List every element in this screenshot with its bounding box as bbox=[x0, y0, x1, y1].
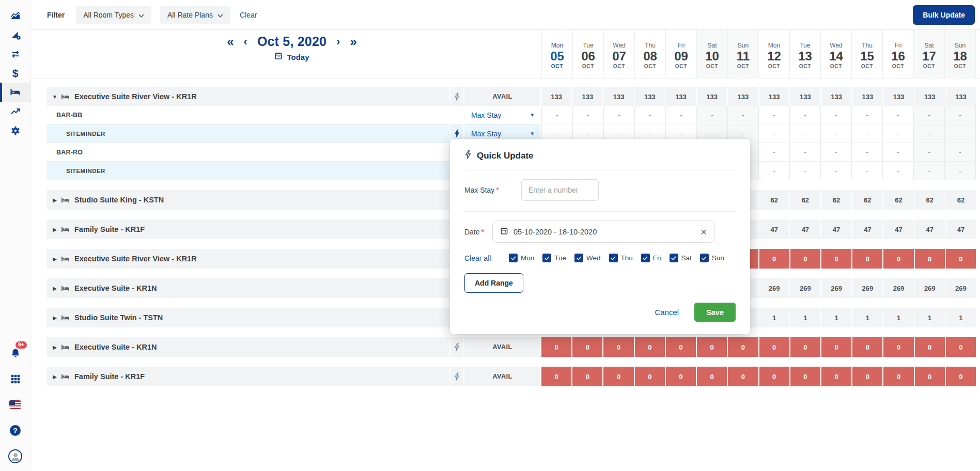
value-cell[interactable]: - bbox=[728, 106, 759, 124]
avail-value-cell[interactable]: 133 bbox=[883, 87, 914, 106]
value-cell[interactable]: - bbox=[821, 162, 852, 180]
avail-value-cell[interactable]: 0 bbox=[821, 249, 852, 269]
avail-value-cell[interactable]: 269 bbox=[821, 278, 852, 298]
avail-value-cell[interactable]: 0 bbox=[728, 337, 759, 357]
avail-value-cell[interactable]: 0 bbox=[946, 367, 976, 386]
quick-update-bolt-icon[interactable] bbox=[454, 372, 460, 381]
checkbox-checked-icon[interactable] bbox=[574, 254, 583, 262]
today-button[interactable]: Today bbox=[274, 52, 309, 62]
value-cell[interactable]: - bbox=[821, 143, 852, 162]
avail-value-cell[interactable]: 133 bbox=[821, 87, 852, 106]
avail-value-cell[interactable]: 1 bbox=[915, 308, 946, 327]
value-cell[interactable]: - bbox=[945, 106, 976, 124]
value-cell[interactable]: - bbox=[945, 124, 976, 143]
prev-day-icon[interactable]: ‹ bbox=[244, 36, 247, 48]
avail-value-cell[interactable]: 1 bbox=[759, 308, 790, 327]
expand-caret-icon[interactable]: ▶ bbox=[50, 286, 59, 291]
date-column-mon-12[interactable]: Mon12OCT bbox=[758, 30, 789, 78]
value-cell[interactable]: - bbox=[914, 162, 945, 180]
date-column-tue-13[interactable]: Tue13OCT bbox=[789, 30, 820, 78]
value-cell[interactable]: - bbox=[914, 143, 945, 162]
date-column-sat-17[interactable]: Sat17OCT bbox=[913, 30, 944, 78]
value-cell[interactable]: - bbox=[790, 162, 821, 180]
max-stay-input[interactable] bbox=[521, 179, 599, 201]
avail-value-cell[interactable]: 0 bbox=[852, 337, 883, 357]
avail-value-cell[interactable]: 47 bbox=[790, 219, 821, 239]
value-cell[interactable]: - bbox=[604, 106, 635, 124]
avail-value-cell[interactable]: 133 bbox=[603, 87, 634, 106]
avail-value-cell[interactable]: 62 bbox=[759, 190, 790, 210]
avail-value-cell[interactable]: 0 bbox=[635, 367, 666, 386]
date-column-sat-10[interactable]: Sat10OCT bbox=[696, 30, 727, 78]
date-column-wed-07[interactable]: Wed07OCT bbox=[603, 30, 634, 78]
rate-plan-row[interactable]: BAR-BBMax Stay▾-------------- bbox=[47, 106, 976, 124]
value-cell[interactable]: - bbox=[790, 124, 821, 143]
value-cell[interactable]: - bbox=[697, 106, 728, 124]
value-cell[interactable]: - bbox=[945, 162, 976, 180]
value-cell[interactable]: - bbox=[573, 106, 604, 124]
date-column-sun-11[interactable]: Sun11OCT bbox=[727, 30, 758, 78]
avail-value-cell[interactable]: 269 bbox=[790, 278, 821, 298]
avail-value-cell[interactable]: 0 bbox=[666, 337, 697, 357]
expand-caret-icon[interactable]: ▶ bbox=[50, 197, 59, 203]
avail-value-cell[interactable]: 1 bbox=[946, 308, 976, 327]
avail-value-cell[interactable]: 0 bbox=[541, 337, 572, 357]
avail-value-cell[interactable]: 62 bbox=[821, 190, 852, 210]
avail-value-cell[interactable]: 0 bbox=[821, 367, 852, 386]
avail-value-cell[interactable]: 0 bbox=[852, 367, 883, 386]
avail-value-cell[interactable]: 133 bbox=[915, 87, 946, 106]
weekday-option-wed[interactable]: Wed bbox=[574, 254, 601, 262]
date-range-input[interactable]: 05-10-2020 - 18-10-2020 × bbox=[492, 221, 714, 243]
avail-value-cell[interactable]: 0 bbox=[759, 249, 790, 269]
weekday-option-fri[interactable]: Fri bbox=[641, 254, 661, 262]
value-cell[interactable]: - bbox=[759, 124, 790, 143]
quick-update-bolt-icon[interactable] bbox=[454, 92, 460, 101]
avail-value-cell[interactable]: 0 bbox=[946, 337, 976, 357]
expand-caret-icon[interactable]: ▶ bbox=[50, 315, 59, 321]
date-column-thu-08[interactable]: Thu08OCT bbox=[634, 30, 665, 78]
avail-value-cell[interactable]: 133 bbox=[697, 87, 728, 106]
checkbox-checked-icon[interactable] bbox=[609, 254, 618, 262]
avail-value-cell[interactable]: 0 bbox=[572, 367, 603, 386]
avail-value-cell[interactable]: 0 bbox=[541, 367, 572, 386]
avail-value-cell[interactable]: 0 bbox=[883, 249, 914, 269]
sidebar-item-settings[interactable] bbox=[0, 121, 31, 140]
value-cell[interactable]: - bbox=[759, 106, 790, 124]
apps-grid-button[interactable] bbox=[0, 369, 31, 388]
sidebar-item-rates-pace[interactable] bbox=[0, 25, 31, 44]
value-cell[interactable]: - bbox=[759, 162, 790, 180]
avail-value-cell[interactable]: 62 bbox=[883, 190, 914, 210]
first-page-icon[interactable]: « bbox=[227, 36, 234, 48]
sidebar-item-channel-sync[interactable] bbox=[0, 44, 31, 64]
room-types-filter-dropdown[interactable]: All Room Types bbox=[76, 6, 151, 24]
avail-value-cell[interactable]: 133 bbox=[728, 87, 759, 106]
avail-value-cell[interactable]: 47 bbox=[946, 219, 976, 239]
avail-value-cell[interactable]: 133 bbox=[572, 87, 603, 106]
avail-value-cell[interactable]: 0 bbox=[790, 249, 821, 269]
avail-value-cell[interactable]: 269 bbox=[852, 278, 883, 298]
avail-value-cell[interactable]: 0 bbox=[603, 367, 634, 386]
date-column-fri-16[interactable]: Fri16OCT bbox=[882, 30, 913, 78]
clear-filters-link[interactable]: Clear bbox=[240, 11, 257, 19]
avail-value-cell[interactable]: 0 bbox=[883, 337, 914, 357]
value-cell[interactable]: - bbox=[883, 143, 914, 162]
weekday-option-sat[interactable]: Sat bbox=[670, 254, 692, 262]
sidebar-item-rooms-availability[interactable] bbox=[0, 83, 31, 102]
avail-value-cell[interactable]: 0 bbox=[790, 367, 821, 386]
value-cell[interactable]: - bbox=[790, 143, 821, 162]
avail-value-cell[interactable]: 1 bbox=[852, 308, 883, 327]
sidebar-item-pricing[interactable]: $ bbox=[0, 64, 31, 83]
checkbox-checked-icon[interactable] bbox=[670, 254, 678, 262]
avail-value-cell[interactable]: 133 bbox=[541, 87, 572, 106]
value-cell[interactable]: - bbox=[635, 106, 666, 124]
sidebar-item-occupancy-chart[interactable] bbox=[0, 6, 31, 25]
avail-value-cell[interactable]: 0 bbox=[946, 249, 976, 269]
next-day-icon[interactable]: › bbox=[336, 36, 340, 48]
sidebar-item-analytics[interactable] bbox=[0, 102, 31, 121]
value-cell[interactable]: - bbox=[852, 162, 883, 180]
avail-value-cell[interactable]: 0 bbox=[759, 367, 790, 386]
date-column-fri-09[interactable]: Fri09OCT bbox=[665, 30, 696, 78]
avail-value-cell[interactable]: 133 bbox=[635, 87, 666, 106]
avail-value-cell[interactable]: 0 bbox=[790, 337, 821, 357]
weekday-option-mon[interactable]: Mon bbox=[509, 254, 534, 262]
